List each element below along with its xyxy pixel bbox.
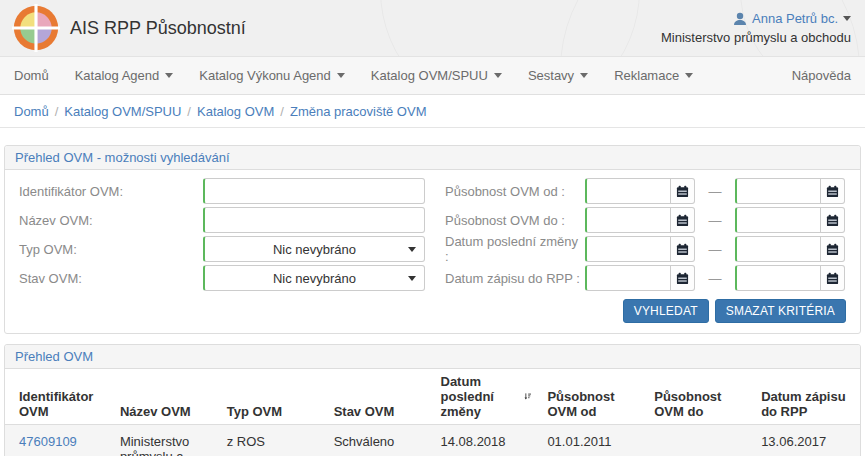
column-header-datum-posledni-zmeny: Datum poslední změny — [433, 369, 540, 425]
breadcrumb-item-katalog-ovm[interactable]: Katalog OVM — [197, 104, 274, 119]
pusobnost-ovm-do-from-input[interactable] — [585, 207, 671, 233]
breadcrumb-item-katalog-ovm-spuu[interactable]: Katalog OVM/SPUU — [64, 104, 181, 119]
results-panel-title: Přehled OVM — [5, 345, 860, 369]
datum-posledni-zmeny-from-input[interactable] — [585, 236, 671, 262]
calendar-button[interactable] — [671, 178, 695, 204]
calendar-button[interactable] — [821, 236, 845, 262]
calendar-button[interactable] — [671, 265, 695, 291]
pusobnost-ovm-od-from-input[interactable] — [585, 178, 671, 204]
nav-item-label: Sestavy — [528, 68, 574, 83]
datum-posledni-zmeny-to-input[interactable] — [735, 236, 821, 262]
stav-ovm-selected-value: Nic nevybráno — [205, 271, 424, 286]
date-range-separator: — — [695, 184, 735, 199]
calendar-icon — [676, 185, 689, 198]
chevron-down-icon — [494, 73, 502, 78]
ovm-id-link[interactable]: 47609109 — [19, 434, 77, 449]
breadcrumb-separator: / — [55, 104, 59, 119]
nav-item-label: Domů — [14, 68, 49, 83]
calendar-icon — [676, 272, 689, 285]
cell-datum-posledni-zmeny: 14.08.2018 — [433, 425, 540, 456]
column-header-label: Datum poslední změny — [441, 374, 521, 419]
cell-typ: z ROS — [219, 425, 326, 456]
user-block: Anna Petrů bc. Ministerstvo průmyslu a o… — [661, 11, 853, 45]
typ-ovm-select[interactable]: Nic nevybráno — [203, 236, 425, 262]
vyhledat-button[interactable]: VYHLEDAT — [623, 299, 709, 323]
calendar-button[interactable] — [821, 207, 845, 233]
pusobnost-ovm-od-to-input[interactable] — [735, 178, 821, 204]
calendar-button[interactable] — [671, 207, 695, 233]
chevron-down-icon — [685, 73, 693, 78]
column-header-typ-ovm: Typ OVM — [219, 369, 326, 425]
sort-descending-icon[interactable] — [524, 390, 531, 403]
search-panel-title: Přehled OVM - možnosti vyhledávání — [5, 146, 860, 170]
search-panel-body: Identifikátor OVM: Název OVM: Typ OVM: N… — [5, 170, 860, 333]
datum-zapisu-do-rpp-to-input[interactable] — [735, 265, 821, 291]
user-icon — [733, 12, 747, 26]
column-header-nazev-ovm: Název OVM — [112, 369, 219, 425]
typ-ovm-selected-value: Nic nevybráno — [205, 242, 424, 257]
nav-item-reklamace[interactable]: Reklamace — [614, 68, 693, 83]
nav-item-katalog-agend[interactable]: Katalog Agend — [75, 68, 174, 83]
page: AIS RPP Působnostní Anna Petrů bc. Minis… — [0, 0, 865, 456]
column-header-datum-zapisu-do-rpp: Datum zápisu do RPP — [753, 369, 860, 425]
nav-item-domu[interactable]: Domů — [14, 68, 49, 83]
nav-item-label: Katalog Agend — [75, 68, 160, 83]
calendar-button[interactable] — [821, 178, 845, 204]
nav-item-label: Katalog OVM/SPUU — [371, 68, 488, 83]
results-panel: Přehled OVM Identifikátor OVM Název OVM … — [4, 344, 861, 456]
calendar-button[interactable] — [671, 236, 695, 262]
pusobnost-ovm-do-to-input[interactable] — [735, 207, 821, 233]
date-range-separator: — — [695, 213, 735, 228]
datum-posledni-zmeny-label: Datum poslední změny : — [445, 234, 585, 264]
nazev-ovm-label: Název OVM: — [15, 213, 203, 228]
pusobnost-ovm-do-label: Působnost OVM do : — [445, 213, 585, 228]
nazev-ovm-input[interactable] — [203, 207, 425, 233]
breadcrumb-item-zmena-pracoviste-ovm[interactable]: Změna pracoviště OVM — [290, 104, 427, 119]
chevron-down-icon — [165, 73, 173, 78]
table-header-row: Identifikátor OVM Název OVM Typ OVM Stav… — [5, 369, 860, 425]
calendar-icon — [826, 185, 839, 198]
breadcrumb: Domů / Katalog OVM/SPUU / Katalog OVM / … — [0, 95, 865, 128]
nav-item-sestavy[interactable]: Sestavy — [528, 68, 588, 83]
cell-pusobnost-od: 01.01.2011 — [539, 425, 646, 456]
calendar-icon — [826, 243, 839, 256]
identifikator-ovm-input[interactable] — [203, 178, 425, 204]
search-panel: Přehled OVM - možnosti vyhledávání Ident… — [4, 145, 861, 334]
calendar-button[interactable] — [821, 265, 845, 291]
smazat-kriteria-button[interactable]: SMAZAT KRITÉRIA — [715, 299, 846, 323]
cell-stav: Schváleno — [326, 425, 433, 456]
datum-zapisu-do-rpp-from-input[interactable] — [585, 265, 671, 291]
nav-item-katalog-ovm-spuu[interactable]: Katalog OVM/SPUU — [371, 68, 502, 83]
user-name: Anna Petrů bc. — [752, 11, 838, 26]
identifikator-ovm-label: Identifikátor OVM: — [15, 184, 203, 199]
chevron-down-icon — [408, 276, 416, 281]
column-header-identifikator-ovm: Identifikátor OVM — [5, 369, 112, 425]
breadcrumb-item-domu[interactable]: Domů — [14, 104, 49, 119]
chevron-down-icon — [843, 16, 851, 21]
nav-item-napoveda[interactable]: Nápověda — [792, 68, 851, 83]
date-range-separator: — — [695, 242, 735, 257]
date-range-separator: — — [695, 271, 735, 286]
search-form-right-column: Působnost OVM od : — [445, 178, 846, 294]
nav-item-katalog-vykonu-agend[interactable]: Katalog Výkonu Agend — [199, 68, 345, 83]
cell-identifikator: 47609109 — [5, 425, 112, 456]
calendar-icon — [676, 214, 689, 227]
user-menu[interactable]: Anna Petrů bc. — [661, 11, 851, 26]
chevron-down-icon — [337, 73, 345, 78]
chevron-down-icon — [580, 73, 588, 78]
results-table: Identifikátor OVM Název OVM Typ OVM Stav… — [5, 369, 860, 456]
column-header-stav-ovm: Stav OVM — [326, 369, 433, 425]
cell-datum-zapisu: 13.06.2017 — [753, 425, 860, 456]
nav-item-label: Reklamace — [614, 68, 679, 83]
breadcrumb-separator: / — [187, 104, 191, 119]
search-actions: VYHLEDAT SMAZAT KRITÉRIA — [15, 299, 846, 323]
calendar-icon — [676, 243, 689, 256]
search-form-left-column: Identifikátor OVM: Název OVM: Typ OVM: N… — [15, 178, 445, 294]
app-logo-icon — [12, 4, 60, 52]
stav-ovm-label: Stav OVM: — [15, 271, 203, 286]
app-title: AIS RPP Působnostní — [70, 18, 246, 39]
nav-item-label: Nápověda — [792, 68, 851, 83]
stav-ovm-select[interactable]: Nic nevybráno — [203, 265, 425, 291]
chevron-down-icon — [408, 247, 416, 252]
datum-zapisu-do-rpp-label: Datum zápisu do RPP : — [445, 271, 585, 286]
